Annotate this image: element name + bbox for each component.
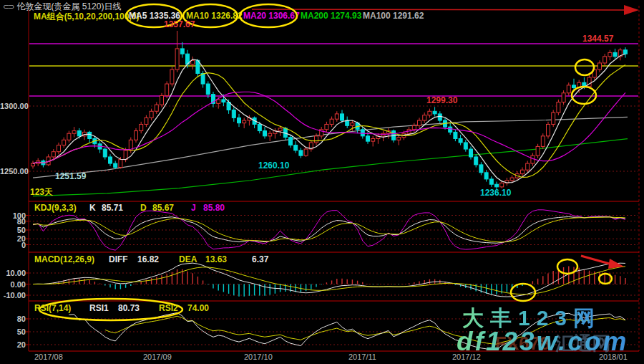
candle-body [180,49,184,54]
price-label: 1344.57 [582,34,613,44]
macd-diff-line [33,263,625,297]
candle-body [170,70,174,84]
rsi1-label: RSI1 [89,303,109,313]
kdj-j-value: 85.80 [203,203,225,213]
candle-body [330,119,333,124]
kdj-title[interactable]: KDJ(9,3,3) [34,203,77,213]
candle-body [510,178,514,181]
candle-body [150,111,153,118]
candle-body [232,110,235,118]
candle-body [315,136,318,143]
candle-body [459,139,462,143]
watermark-df123w: df123w.com [457,327,628,357]
price-axis-label: 1300.00 [0,102,26,110]
macd-diff-label: DIFF [109,254,128,264]
x-axis-label: 2017/11 [348,353,376,361]
macd-dea-value: 13.63 [205,254,227,264]
kdj-d-line [33,217,625,242]
kdj-k-value: 85.71 [102,203,123,213]
candle-body [289,138,293,145]
rsi1-value: 80.73 [118,303,140,313]
candle-body [526,163,530,170]
price-label: 123天 [30,186,53,198]
macd-title[interactable]: MACD(12,26,9) [34,254,94,264]
candle-body [62,140,66,145]
candle-body [52,152,55,157]
candle-body [124,150,127,160]
price-label: 1251.59 [55,171,86,181]
candle-body [603,57,607,63]
kdj-axis-label: 80 [0,217,26,226]
kdj-axis-label: 0 [0,241,26,249]
candle-body [140,124,143,130]
rsi-axis-label: 80 [0,315,26,323]
macd-diff-value: 16.82 [137,254,159,264]
candle-body [67,133,71,140]
candle-body [217,100,220,103]
candle-body [160,95,164,105]
candle-body [325,124,328,129]
kdj-k-label: K [89,203,96,213]
candle-body [258,124,261,130]
x-axis-label: 2017/10 [244,353,273,361]
candle-body [351,123,354,126]
candle-body [201,74,205,85]
x-axis-label: 2017/09 [143,353,172,361]
candle-body [557,102,560,113]
candle-body [598,63,602,70]
rsi2-value: 74.00 [187,303,209,313]
price-label: 1236.10 [480,188,511,198]
candle-body [72,131,76,134]
candle-body [268,133,272,136]
candle-body [412,125,416,129]
candle-body [521,170,525,173]
trendline-arrowhead [624,5,639,15]
candle-body [114,163,117,167]
macd-bar-value: 6.37 [252,254,268,264]
candle-body [489,179,493,184]
candle-body [500,183,504,186]
kdj-j-line [33,210,625,250]
kdj-d-label: D [140,203,147,213]
candle-body [531,155,535,163]
price-label: 1357.67 [164,19,195,29]
candle-body [294,145,298,150]
candle-body [278,128,282,131]
annotation-ellipse [575,59,594,75]
macd-axis-label: 10.00 [0,269,26,277]
candle-body [562,93,565,102]
trading-app-window: ⊂⊃伦敦金现(贵金属 5120)日线 MA组合(5,10,20,200,100,… [0,0,644,364]
rsi2-label: RSI2 [159,303,178,313]
candle-body [438,114,441,120]
candle-body [135,131,138,140]
price-label: 1299.30 [426,95,457,105]
candle-body [428,111,431,115]
candle-body [495,184,499,187]
candle-body [541,136,545,147]
annotation-ellipse [240,4,297,27]
candle-body [454,132,457,138]
candle-body [567,85,570,93]
candle-body [77,131,81,136]
candle-body [536,146,540,155]
rsi-title[interactable]: RSI(7,14) [34,303,71,313]
price-axis-label: 1250.00 [0,167,26,176]
candle-body [572,85,576,88]
candle-body [299,150,303,155]
candle-body [552,112,555,124]
candle-body [341,114,344,120]
candle-body [31,163,35,166]
kdj-header: KDJ(9,3,3) K 85.71 D 85.67 J 85.80 [0,203,644,213]
candle-body [206,84,210,95]
candle-body [474,157,478,165]
kdj-d-value: 85.67 [152,203,174,213]
candle-body [484,173,488,179]
x-axis-label: 2017/08 [34,353,63,361]
candle-body [464,143,467,149]
macd-axis-label: -10.00 [0,291,26,300]
trendline[interactable] [252,9,627,10]
candle-body [145,118,148,124]
candle-body [366,136,370,141]
candle-body [397,138,401,140]
candle-body [335,114,338,119]
